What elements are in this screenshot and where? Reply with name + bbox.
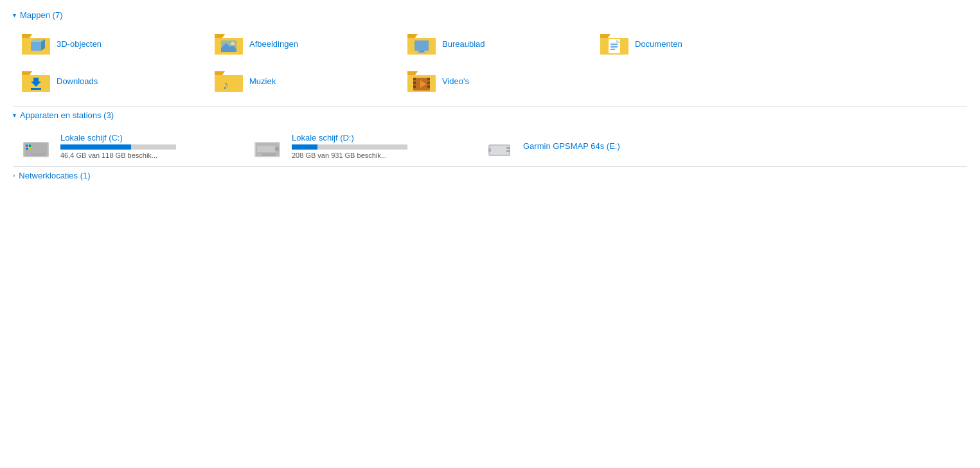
svg-rect-41: [427, 78, 430, 80]
svg-rect-63: [490, 146, 509, 155]
folder-documenten-label: Documenten: [635, 39, 682, 49]
svg-marker-18: [600, 34, 610, 38]
svg-marker-1: [22, 34, 32, 38]
svg-rect-51: [26, 145, 28, 147]
svg-rect-32: [215, 75, 243, 92]
svg-rect-43: [427, 85, 430, 88]
svg-rect-38: [413, 78, 416, 80]
svg-rect-4: [31, 42, 41, 51]
folder-muziek-label: Muziek: [249, 76, 276, 86]
svg-rect-53: [26, 148, 28, 150]
svg-rect-40: [413, 85, 416, 88]
svg-rect-42: [427, 82, 430, 84]
folders-grid: 3D-objecten Afbeeldingen: [13, 25, 967, 100]
svg-rect-55: [31, 153, 45, 156]
folder-item-muziek[interactable]: ♪ Muziek: [206, 62, 398, 100]
folder-downloads-label: Downloads: [57, 76, 98, 86]
devices-grid: Lokale schijf (C:) 46,4 GB van 118 GB be…: [13, 125, 967, 166]
folder-music-icon: ♪: [213, 67, 244, 94]
folders-chevron: ▾: [13, 12, 16, 19]
svg-rect-52: [29, 145, 31, 147]
network-section-header[interactable]: › Netwerklocaties (1): [13, 171, 967, 180]
folder-videos-label: Video's: [442, 76, 469, 86]
svg-marker-29: [22, 71, 32, 75]
drive-c-icon: [21, 130, 54, 161]
folder-videos-icon: [406, 67, 437, 94]
svg-rect-31: [31, 88, 41, 90]
svg-marker-36: [407, 71, 418, 75]
svg-rect-66: [488, 148, 491, 152]
svg-point-11: [231, 42, 235, 46]
svg-rect-14: [414, 40, 429, 51]
folder-item-documenten[interactable]: Documenten: [591, 25, 784, 62]
drive-d-bar-fill: [292, 144, 317, 150]
svg-marker-13: [407, 34, 418, 38]
svg-rect-58: [257, 146, 275, 152]
svg-rect-54: [29, 148, 31, 150]
drive-c-capacity: 46,4 GB van 118 GB beschik...: [60, 152, 176, 159]
drive-d-info: Lokale schijf (D:) 208 GB van 931 GB bes…: [292, 133, 407, 159]
folder-item-downloads[interactable]: Downloads: [13, 62, 206, 100]
folders-section-label: Mappen (7): [20, 10, 62, 20]
network-section-label: Netwerklocaties (1): [19, 171, 90, 180]
folder-documents-icon: [599, 30, 630, 57]
drive-d-bar-container: [292, 144, 407, 150]
devices-section-header[interactable]: ▾ Apparaten en stations (3): [13, 106, 967, 120]
svg-rect-16: [417, 52, 426, 53]
svg-rect-60: [262, 153, 276, 156]
main-content: ▾ Mappen (7) 3D-objecten: [0, 0, 980, 187]
device-item-drive-d[interactable]: Lokale schijf (D:) 208 GB van 931 GB bes…: [244, 125, 476, 166]
svg-marker-33: [215, 71, 225, 75]
folder-3d-icon: [21, 30, 51, 57]
folder-item-bureaublad[interactable]: Bureaublad: [398, 25, 591, 62]
drive-e-info: Garmin GPSMAP 64s (E:): [523, 141, 620, 151]
folder-item-afbeeldingen[interactable]: Afbeeldingen: [206, 25, 398, 62]
svg-rect-59: [275, 147, 279, 151]
svg-rect-65: [506, 150, 510, 152]
drive-d-icon: [252, 130, 285, 161]
folder-afbeeldingen-label: Afbeeldingen: [249, 39, 298, 49]
folder-desktop-icon: [406, 30, 437, 57]
folders-section-header[interactable]: ▾ Mappen (7): [13, 6, 967, 20]
folder-downloads-icon: [21, 67, 51, 94]
folder-item-3d-objecten[interactable]: 3D-objecten: [13, 25, 206, 62]
svg-rect-39: [413, 82, 416, 84]
drive-d-capacity: 208 GB van 931 GB beschik...: [292, 152, 407, 159]
svg-rect-64: [506, 147, 510, 149]
drive-c-bar-container: [60, 144, 176, 150]
folder-bureaublad-label: Bureaublad: [442, 39, 485, 49]
device-item-drive-e[interactable]: Garmin GPSMAP 64s (E:): [476, 125, 707, 166]
drive-e-icon: [483, 130, 517, 161]
drive-c-info: Lokale schijf (C:) 46,4 GB van 118 GB be…: [60, 133, 176, 159]
svg-marker-8: [215, 34, 225, 38]
network-chevron: ›: [13, 172, 15, 179]
drive-d-name: Lokale schijf (D:): [292, 133, 407, 143]
devices-section-label: Apparaten en stations (3): [20, 110, 114, 120]
folder-pictures-icon: [213, 30, 244, 57]
svg-text:♪: ♪: [222, 78, 229, 92]
devices-chevron: ▾: [13, 112, 16, 119]
network-section: › Netwerklocaties (1): [13, 166, 967, 180]
drive-e-name: Garmin GPSMAP 64s (E:): [523, 141, 620, 151]
folder-item-videos[interactable]: Video's: [398, 62, 591, 100]
device-item-drive-c[interactable]: Lokale schijf (C:) 46,4 GB van 118 GB be…: [13, 125, 244, 166]
drive-c-name: Lokale schijf (C:): [60, 133, 176, 143]
drive-c-bar-fill: [60, 144, 131, 150]
folder-3d-label: 3D-objecten: [57, 39, 102, 49]
